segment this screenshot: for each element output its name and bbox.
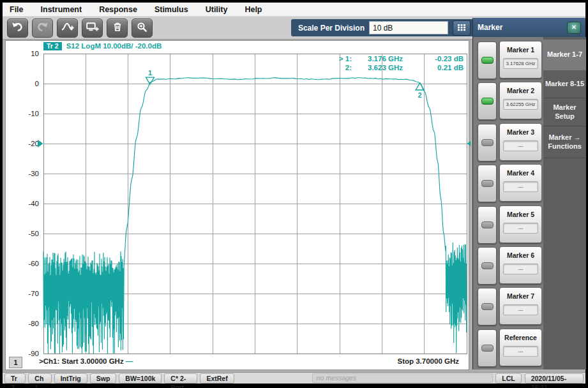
delete-button[interactable] [107, 19, 128, 38]
marker-3-button[interactable]: Marker 3--- [499, 123, 542, 161]
marker-3-value: --- [503, 140, 538, 151]
y-axis-tick--60: -60 [28, 260, 39, 267]
y-axis-tick--10: -10 [28, 110, 39, 117]
close-icon: ✕ [571, 24, 577, 31]
marker-7-label: Marker 7 [500, 292, 541, 300]
status-inttrig: IntTrig [54, 373, 87, 384]
marker-5-value: --- [503, 223, 538, 234]
scale-per-division-bar: Scale Per Division [291, 19, 474, 36]
marker-4-label: Marker 4 [500, 169, 541, 177]
marker-3-toggle-button[interactable] [478, 124, 497, 161]
zoom-icon [137, 22, 147, 35]
marker-row-marker-3: Marker 3--- [478, 123, 542, 161]
marker-5-led [481, 221, 494, 228]
marker-7-toggle-button[interactable] [478, 288, 497, 325]
reference-button[interactable]: Reference--- [499, 329, 542, 366]
marker-1-led [481, 57, 494, 64]
marker-panel-header: Marker ✕ [473, 18, 585, 37]
readout-2-frequency: 3.623 GHz [368, 64, 403, 71]
keypad-button[interactable] [453, 20, 471, 36]
marker-4-button[interactable]: Marker 4--- [499, 164, 542, 202]
scale-per-division-label: Scale Per Division [298, 24, 365, 33]
measurement-plot-panel: Tr 2 S12 LogM 10.00dB/ -20.0dB 100-10-20… [5, 40, 469, 370]
datetime-indicator: 2020/11/05-16:11 [525, 373, 584, 384]
redo-button[interactable] [32, 19, 53, 38]
marker-6-label: Marker 6 [500, 251, 541, 259]
keypad-icon [457, 22, 466, 34]
reference-level-arrow-right[interactable] [467, 140, 471, 147]
readout-2-level: 0.21 dB [437, 64, 464, 71]
marker-2-label: Marker 2 [500, 87, 541, 94]
marker-6-button[interactable]: Marker 6--- [499, 246, 542, 284]
marker-2-button[interactable]: Marker 23.62255 GHz [499, 82, 542, 119]
readout-1-level: -0.23 dB [435, 55, 464, 63]
undo-icon [11, 22, 24, 34]
redo-icon [36, 22, 49, 34]
message-box: no messages [312, 373, 494, 383]
marker-5-button[interactable]: Marker 5--- [499, 205, 542, 243]
start-frequency-label: >Ch1: Start 3.00000 GHz — [39, 357, 133, 365]
y-axis-tick--30: -30 [28, 170, 39, 177]
toolbar-buttons [7, 19, 153, 38]
readout-1-frequency: 3.176 GHz [368, 55, 403, 63]
marker-7-led [481, 303, 494, 310]
close-button[interactable]: ✕ [567, 22, 581, 34]
marker-2-label: 2 [418, 91, 422, 99]
marker-1-button[interactable]: Marker 13.17628 GHz [499, 41, 542, 78]
measurement-chart[interactable]: 100-10-20-30-40-50-60-70-80-9012> 1:3.17… [15, 49, 471, 358]
readout-2-number: 2: [345, 64, 352, 71]
menu-stimulus[interactable]: Stimulus [155, 5, 188, 14]
status-ch-1: Ch 1 [28, 373, 51, 384]
marker-row-marker-4: Marker 4--- [478, 164, 542, 202]
y-axis-tick--50: -50 [28, 230, 39, 237]
add-marker-button[interactable] [57, 19, 78, 38]
marker-7-value: --- [503, 304, 538, 315]
y-axis-tick--70: -70 [28, 290, 39, 297]
marker-1-label: 1 [148, 69, 152, 77]
zoom-button[interactable] [132, 19, 153, 38]
undo-button[interactable] [7, 19, 28, 38]
y-axis-tick-0: 0 [35, 80, 39, 87]
tab-marker-8-15[interactable]: Marker 8-15 [543, 70, 586, 98]
scale-per-division-input[interactable] [369, 21, 448, 34]
y-axis-tick--20: -20 [28, 140, 39, 147]
marker-4-value: --- [503, 181, 538, 192]
marker-4-toggle-button[interactable] [478, 165, 497, 202]
marker-5-toggle-button[interactable] [478, 206, 497, 244]
marker-6-value: --- [503, 264, 538, 274]
tab-marker-1-7[interactable]: Marker 1-7 [543, 40, 586, 70]
marker-3-label: Marker 3 [500, 128, 541, 136]
tab-marker-functions[interactable]: Marker → Functions [543, 126, 586, 158]
y-axis-tick--40: -40 [28, 200, 39, 207]
marker-6-led [481, 262, 494, 269]
marker-3-led [481, 139, 494, 146]
marker-1-toggle-button[interactable] [478, 41, 497, 79]
reference-value: --- [503, 346, 538, 357]
reference-led [481, 345, 494, 352]
marker-tab-column: Marker 1-7Marker 8-15Marker SetupMarker … [543, 37, 586, 369]
stop-frequency-label: Stop 3.70000 GHz [397, 357, 459, 365]
marker-7-button[interactable]: Marker 7--- [499, 287, 542, 325]
menu-help[interactable]: Help [245, 5, 262, 14]
marker-6-toggle-button[interactable] [478, 247, 497, 285]
menu-instrument[interactable]: Instrument [41, 5, 82, 14]
vna-application-window: FileInstrumentResponseStimulusUtilityHel… [0, 0, 588, 388]
menu-file[interactable]: File [10, 5, 24, 14]
status-extref: ExtRef [200, 373, 234, 384]
marker-1-label: Marker 1 [500, 46, 541, 54]
tab-marker-setup[interactable]: Marker Setup [543, 98, 586, 126]
status-bar: Tr 2Ch 1IntTrigSwpBW=100kC* 2-PortExtRef… [3, 372, 585, 384]
menu-utility[interactable]: Utility [206, 5, 228, 14]
trace-legend-dash: — [126, 357, 133, 365]
add-window-button[interactable] [82, 19, 103, 38]
reference-level-arrow-left[interactable] [38, 140, 43, 147]
menu-bar: FileInstrumentResponseStimulusUtilityHel… [3, 3, 585, 17]
marker-2-toggle-button[interactable] [478, 82, 497, 120]
status-c-2-port: C* 2-Port [164, 373, 197, 384]
y-axis-tick--80: -80 [28, 320, 39, 327]
menu-response[interactable]: Response [99, 5, 137, 14]
status-swp: Swp [90, 373, 117, 384]
reference-toggle-button[interactable] [478, 329, 497, 367]
marker-side-panel: Marker ✕ Marker 13.17628 GHzMarker 23.62… [472, 18, 585, 369]
marker-5-label: Marker 5 [500, 211, 541, 218]
